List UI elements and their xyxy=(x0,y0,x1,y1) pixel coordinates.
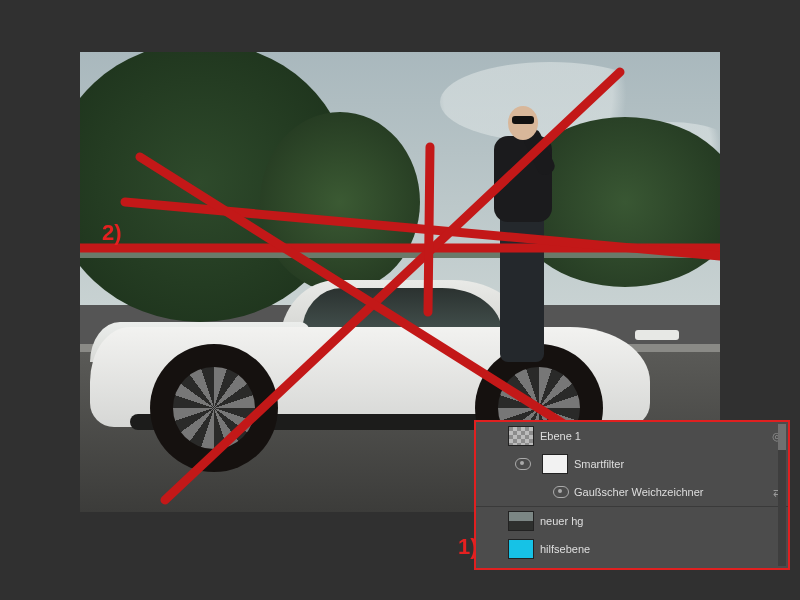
visibility-toggle[interactable] xyxy=(510,458,536,470)
layer-thumbnail[interactable] xyxy=(508,539,534,559)
panel-scrollbar[interactable] xyxy=(778,424,786,566)
annotation-two: 2) xyxy=(102,220,122,246)
filter-item-row[interactable]: Gaußscher Weichzeichner ⇄ xyxy=(476,478,788,506)
layer-name[interactable]: Smartfilter xyxy=(574,458,788,470)
layer-thumbnail[interactable] xyxy=(508,426,534,446)
layer-row[interactable]: neuer hg xyxy=(476,507,788,535)
smartfilter-row[interactable]: Smartfilter xyxy=(476,450,788,478)
eye-icon xyxy=(515,458,531,470)
eye-icon xyxy=(553,486,569,498)
layer-name[interactable]: hilfsebene xyxy=(540,543,788,555)
layer-name[interactable]: Ebene 1 xyxy=(540,430,772,442)
person xyxy=(486,92,560,362)
scrollbar-thumb[interactable] xyxy=(778,424,786,450)
layer-name[interactable]: neuer hg xyxy=(540,515,788,527)
layers-panel[interactable]: Ebene 1 ◎ Smartfilter Gaußscher Weichzei… xyxy=(474,420,790,570)
layer-row[interactable]: Ebene 1 ◎ xyxy=(476,422,788,450)
wheel-front xyxy=(150,344,278,472)
layer-name[interactable]: Gaußscher Weichzeichner xyxy=(574,486,773,498)
visibility-toggle[interactable] xyxy=(548,486,574,498)
filter-mask-thumbnail[interactable] xyxy=(542,454,568,474)
layer-row[interactable]: hilfsebene xyxy=(476,535,788,563)
layer-thumbnail[interactable] xyxy=(508,511,534,531)
